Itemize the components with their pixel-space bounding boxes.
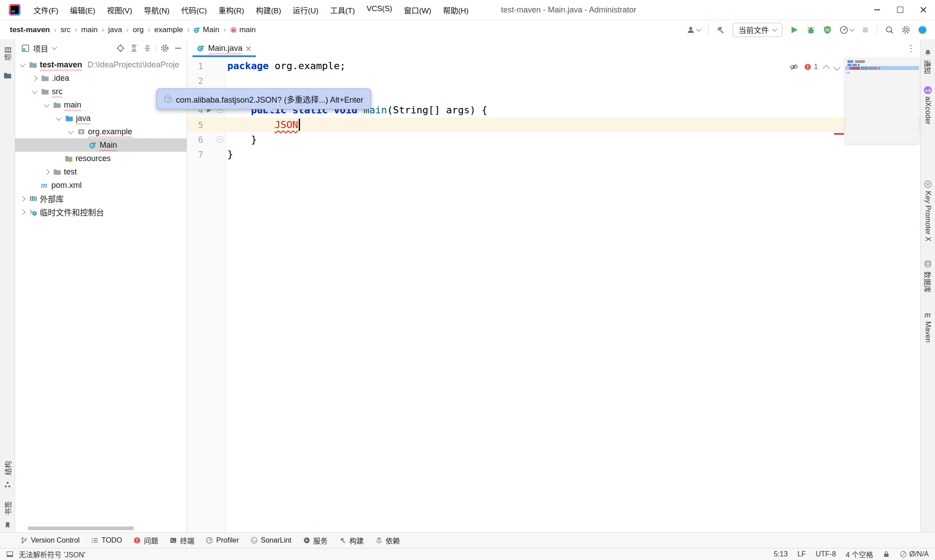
run-config-select[interactable]: 当前文件	[733, 23, 782, 37]
menu-item[interactable]: 构建(B)	[251, 3, 286, 17]
status-message[interactable]: 无法解析符号 'JSON'	[19, 549, 85, 560]
code-line-6[interactable]: 6 }	[187, 132, 921, 147]
toolwindow-stripe-keypromoterx[interactable]: Key Promoter X	[921, 191, 935, 241]
error-badge[interactable]: 1	[804, 62, 818, 71]
toolwindow-button-服务[interactable]: 服务	[303, 535, 328, 546]
caret-position[interactable]: 5:13	[774, 550, 788, 558]
menu-item[interactable]: 工具(T)	[325, 3, 360, 17]
breadcrumb-src[interactable]: src	[60, 25, 71, 34]
breadcrumb-java[interactable]: java	[108, 25, 122, 34]
previous-error-icon[interactable]	[823, 65, 830, 72]
toolwindow-button-构建[interactable]: 构建	[339, 535, 364, 546]
chevron-right-icon[interactable]	[20, 196, 25, 202]
select-opened-file-button[interactable]	[116, 43, 125, 53]
toolwindow-button-Profiler[interactable]: Profiler	[206, 536, 239, 544]
toolwindow-button-依赖[interactable]: 依赖	[376, 535, 400, 546]
tree-item-pom.xml[interactable]: mpom.xml	[15, 178, 187, 192]
tree-item-test-maven[interactable]: test-mavenD:\IdeaProjects\IdeaProje	[15, 58, 187, 71]
profile-button[interactable]	[687, 26, 701, 34]
toolwindow-stripe-structure[interactable]: 结构	[0, 461, 15, 475]
maximize-button[interactable]	[889, 0, 912, 20]
more-tabs-icon[interactable]: ⋮	[906, 43, 915, 54]
minimap-popup[interactable]	[845, 58, 919, 144]
code-line-7[interactable]: 7}	[187, 147, 921, 162]
project-panel-title[interactable]: 项目	[33, 43, 48, 54]
tree-item-外部库[interactable]: 外部库	[15, 192, 187, 205]
toolwindow-button-Version Control[interactable]: Version Control	[21, 536, 79, 544]
fold-end-icon[interactable]	[217, 137, 223, 142]
lock-icon[interactable]	[883, 551, 890, 558]
expand-all-button[interactable]	[129, 43, 139, 53]
menu-item[interactable]: 帮助(H)	[438, 3, 474, 17]
chevron-right-icon[interactable]	[44, 169, 50, 175]
indent-setting[interactable]: 4 个空格	[846, 549, 873, 560]
breadcrumb-Main[interactable]: CMain	[193, 25, 219, 34]
hide-panel-button[interactable]	[173, 43, 183, 53]
toolwindow-stripe-aixcoder[interactable]: aiXcoder	[921, 96, 935, 124]
menu-item[interactable]: 视图(V)	[102, 3, 137, 17]
import-suggestion-tooltip[interactable]: ? com.alibaba.fastjson2.JSON? (多重选择...) …	[156, 88, 371, 109]
tree-item-resources[interactable]: resources	[15, 152, 187, 165]
stop-button[interactable]	[861, 26, 869, 34]
breadcrumb-test-maven[interactable]: test-maven	[10, 25, 50, 34]
tree-item-Main[interactable]: CMain	[15, 138, 187, 152]
chevron-down-icon[interactable]	[56, 115, 62, 120]
chevron-down-icon[interactable]	[44, 101, 50, 107]
notifications-bell-icon[interactable]	[921, 49, 935, 57]
tree-item-临时文件和控制台[interactable]: 临时文件和控制台	[15, 205, 187, 219]
coverage-button[interactable]	[823, 25, 832, 34]
menu-item[interactable]: 导航(N)	[139, 3, 175, 17]
menu-item[interactable]: VCS(S)	[362, 3, 397, 17]
tree-item-org.example[interactable]: org.example	[15, 125, 187, 138]
tab-main-java[interactable]: C Main.java	[192, 39, 256, 57]
file-encoding[interactable]: UTF-8	[816, 550, 836, 558]
menu-item[interactable]: 窗口(W)	[399, 3, 436, 17]
tree-item-test[interactable]: test	[15, 165, 187, 178]
toolwindow-button-TODO[interactable]: TODO	[91, 536, 122, 544]
chevron-down-icon[interactable]	[68, 128, 74, 134]
tree-item-java[interactable]: java	[15, 112, 187, 125]
commit-tool-button[interactable]	[0, 71, 15, 79]
code-line-2[interactable]: 2	[187, 73, 921, 88]
collapse-all-button[interactable]	[142, 43, 152, 53]
breadcrumb-example[interactable]: example	[154, 25, 183, 34]
key-promoter-icon[interactable]	[921, 180, 935, 188]
chevron-right-icon[interactable]	[20, 209, 25, 215]
breadcrumb-org[interactable]: org	[133, 25, 144, 34]
toolwindow-stripe-maven[interactable]: Maven	[921, 321, 935, 343]
build-hammer-button[interactable]	[716, 25, 725, 34]
debug-button[interactable]	[806, 25, 815, 34]
line-separator[interactable]: LF	[797, 550, 806, 558]
maven-icon[interactable]: m	[921, 311, 935, 319]
menu-item[interactable]: 运行(U)	[288, 3, 324, 17]
highlighting-eye-off-icon[interactable]	[789, 62, 798, 71]
search-everywhere-button[interactable]	[885, 25, 894, 34]
chevron-down-icon[interactable]	[52, 45, 57, 50]
horizontal-scrollbar[interactable]	[28, 527, 134, 530]
close-button[interactable]	[912, 0, 935, 20]
menu-item[interactable]: 代码(C)	[176, 3, 212, 17]
chevron-down-icon[interactable]	[20, 61, 25, 67]
settings-gear-button[interactable]	[902, 25, 910, 34]
tab-close-icon[interactable]	[246, 46, 251, 51]
run-button[interactable]	[790, 25, 799, 34]
toolwindow-toggle-icon[interactable]	[6, 551, 13, 558]
breadcrumb-main[interactable]: main	[81, 25, 98, 34]
toolwindow-stripe-project[interactable]: 项目	[0, 46, 15, 61]
ide-globe-icon[interactable]	[918, 25, 927, 34]
menu-item[interactable]: 重构(R)	[213, 3, 249, 17]
aixcoder-icon[interactable]: ∿X	[921, 86, 935, 95]
menu-item[interactable]: 文件(F)	[29, 3, 63, 17]
panel-settings-gear-button[interactable]	[160, 43, 170, 53]
breadcrumb-main[interactable]: mmain	[230, 25, 256, 34]
database-icon[interactable]	[921, 260, 935, 268]
minimize-button[interactable]	[865, 0, 889, 20]
toolwindow-stripe-bookmarks[interactable]: 书签	[0, 501, 15, 515]
toolwindow-button-终端[interactable]: 终端	[170, 535, 194, 546]
profiler-button[interactable]	[839, 25, 854, 34]
error-stripe-mark[interactable]	[834, 133, 844, 135]
editor-body[interactable]: 1package org.example;23public class Main…	[187, 57, 921, 532]
chevron-down-icon[interactable]	[32, 88, 38, 94]
toolwindow-button-问题[interactable]: 问题	[134, 535, 158, 546]
toolwindow-stripe-notifications[interactable]: 通知	[921, 60, 935, 74]
